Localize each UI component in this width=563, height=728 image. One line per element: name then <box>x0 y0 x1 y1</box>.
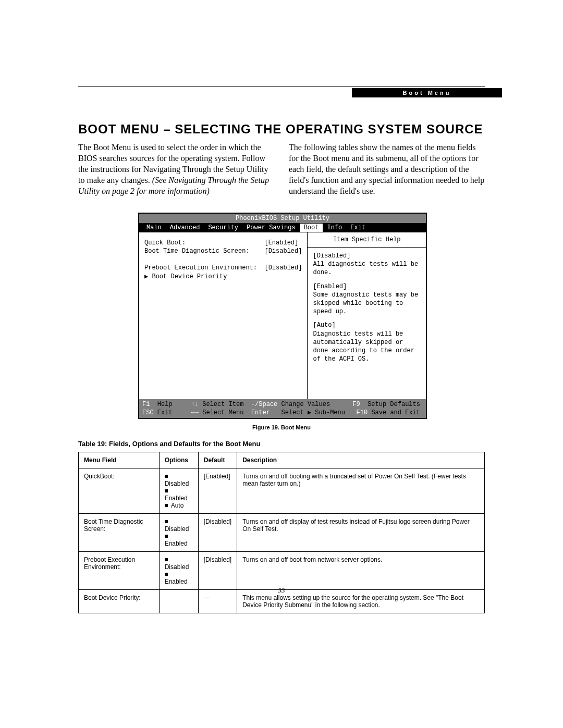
bios-field-label: Quick Boot: <box>144 239 264 247</box>
page-number: 33 <box>78 586 485 595</box>
bios-footer: F1 Help ↑↓ Select Item -/Space Change Va… <box>139 399 426 418</box>
cell-description: Turns on and off display of test results… <box>237 514 485 552</box>
cell-default: [Enabled] <box>198 468 237 514</box>
bios-help-paragraph: [Disabled] All diagnostic tests will be … <box>313 252 421 277</box>
bios-left-pane: Quick Boot: [Enabled]Boot Time Diagnosti… <box>139 232 308 399</box>
header-block: Boot Menu <box>78 89 485 99</box>
bios-tabs: MainAdvancedSecurityPower SavingsBootInf… <box>139 223 426 232</box>
intro-col-left: The Boot Menu is used to select the orde… <box>78 142 274 197</box>
bios-help-body: [Disabled] All diagnostic tests will be … <box>308 248 426 399</box>
option-item: Enabled <box>165 533 193 547</box>
bios-field-row <box>144 255 302 264</box>
bios-key-f10: F10 <box>357 409 368 417</box>
cell-options: DisabledEnabledAuto <box>159 468 198 514</box>
table-title: Table 19: Fields, Options and Defaults f… <box>78 440 485 448</box>
intro-text-right: The following tables show the names of t… <box>289 143 484 195</box>
bios-lbl-setdef: Setup Defaults <box>368 400 420 409</box>
bios-right-pane: Item Specific Help [Disabled] All diagno… <box>308 232 426 399</box>
intro-columns: The Boot Menu is used to select the orde… <box>78 142 485 197</box>
bios-tab: Security <box>204 224 242 232</box>
bios-field-value: [Disabled] <box>264 247 302 255</box>
bios-tab: Main <box>142 224 166 232</box>
cell-description: Turns on and off boot from network serve… <box>237 552 485 590</box>
cell-field: Preboot Execution Environment: <box>79 552 160 590</box>
bios-key-f9: F9 <box>352 400 360 409</box>
option-item: Disabled <box>165 473 193 487</box>
cell-default: [Disabled] <box>198 552 237 590</box>
intro-col-right: The following tables show the names of t… <box>289 142 485 197</box>
bios-figure: PhoenixBIOS Setup Utility MainAdvancedSe… <box>138 213 425 419</box>
bios-tab: Advanced <box>166 224 204 232</box>
option-item: Enabled <box>165 571 193 585</box>
table-header-row: Menu FieldOptionsDefaultDescription <box>79 452 485 468</box>
page-content: Boot Menu BOOT MENU – SELECTING THE OPER… <box>78 86 485 613</box>
bios-key-updown: ↑↓ <box>191 400 199 409</box>
cell-field: QuickBoot: <box>79 468 160 514</box>
bios-tab: Info <box>323 224 346 232</box>
option-item: Enabled <box>165 487 193 502</box>
bios-tab: Boot <box>300 224 323 232</box>
bios-key-space: -/Space <box>251 400 277 409</box>
cell-description: Turns on and off booting with a truncate… <box>237 468 485 514</box>
bios-field-label <box>144 255 148 264</box>
table-header-cell: Description <box>237 452 485 468</box>
bios-field-row: Boot Time Diagnostic Screen: [Disabled] <box>144 247 302 255</box>
bios-help-paragraph: [Auto] Diagnostic tests will be automati… <box>313 321 421 363</box>
section-tab: Boot Menu <box>352 88 502 97</box>
option-item: Auto <box>165 502 193 509</box>
cell-options: DisabledEnabled <box>159 514 198 552</box>
bios-tab: Exit <box>346 224 370 232</box>
cell-field: Boot Time Diagnostic Screen: <box>79 514 160 552</box>
bios-field-row: ▶ Boot Device Priority <box>144 273 302 281</box>
bios-key-esc: ESC <box>142 409 154 417</box>
table-header-cell: Default <box>198 452 237 468</box>
page-title: BOOT MENU – SELECTING THE OPERATING SYST… <box>78 122 485 137</box>
bios-help-paragraph: [Enabled] Some diagnostic tests may be s… <box>313 282 421 316</box>
bios-field-row: Preboot Execution Environment: [Disabled… <box>144 264 302 272</box>
cell-default: [Disabled] <box>198 514 237 552</box>
bios-key-f1: F1 <box>142 400 150 409</box>
bios-lbl-sub: Select ▶ Sub-Menu <box>282 409 345 417</box>
table-row: Preboot Execution Environment:DisabledEn… <box>79 552 485 590</box>
figure-caption: Figure 19. Boot Menu <box>78 424 485 430</box>
bios-lbl-selmenu: Select Menu <box>202 409 243 417</box>
header-rule <box>78 86 485 87</box>
bios-key-lr: ←→ <box>191 409 199 417</box>
table-header-cell: Options <box>159 452 198 468</box>
bios-lbl-selitem: Select Item <box>202 400 243 409</box>
bios-lbl-help: Help <box>157 400 173 409</box>
table-header-cell: Menu Field <box>79 452 160 468</box>
cell-options: DisabledEnabled <box>159 552 198 590</box>
bios-field-label: ▶ Boot Device Priority <box>144 273 264 281</box>
bios-help-title: Item Specific Help <box>308 232 426 248</box>
bios-body: Quick Boot: [Enabled]Boot Time Diagnosti… <box>139 232 426 399</box>
bios-field-row: Quick Boot: [Enabled] <box>144 239 302 247</box>
bios-lbl-change: Change Values <box>282 400 331 409</box>
bios-field-label: Preboot Execution Environment: <box>144 264 264 272</box>
option-item: Disabled <box>165 556 193 571</box>
table-row: QuickBoot:DisabledEnabledAuto[Enabled]Tu… <box>79 468 485 514</box>
bios-field-value: [Disabled] <box>264 264 302 272</box>
option-item: Disabled <box>165 518 193 533</box>
bios-title: PhoenixBIOS Setup Utility <box>139 214 426 223</box>
bios-lbl-save: Save and Exit <box>371 409 420 417</box>
bios-field-value: [Enabled] <box>264 239 298 247</box>
table-row: Boot Time Diagnostic Screen:DisabledEnab… <box>79 514 485 552</box>
bios-field-label: Boot Time Diagnostic Screen: <box>144 247 264 255</box>
bios-tab: Power Savings <box>242 224 300 232</box>
bios-key-enter: Enter <box>251 409 270 417</box>
bios-screen: PhoenixBIOS Setup Utility MainAdvancedSe… <box>138 213 427 419</box>
bios-lbl-exit: Exit <box>157 409 173 417</box>
